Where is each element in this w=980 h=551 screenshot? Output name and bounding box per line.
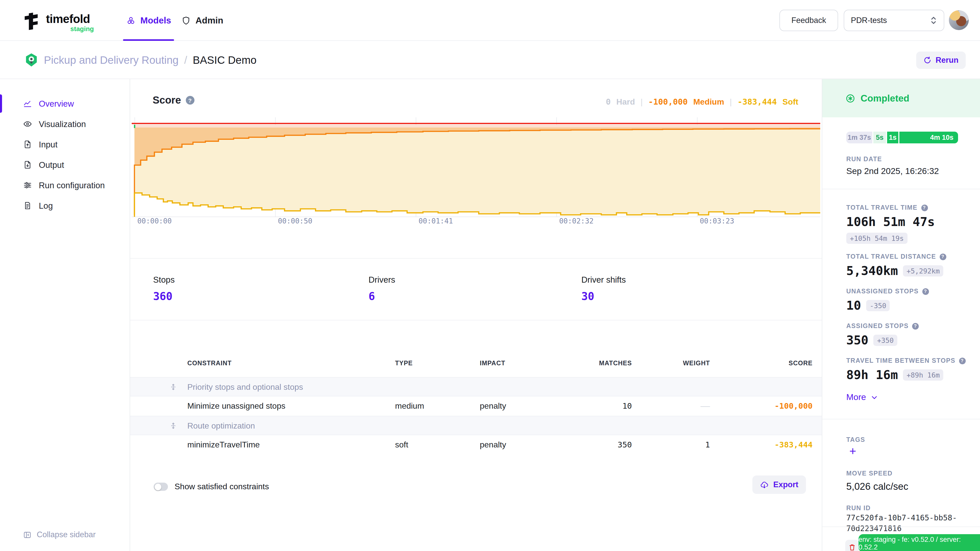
timeline-segment: 5s [873, 132, 886, 143]
stat-label-stops: Stops [153, 275, 175, 285]
constraint-group-row: Route optimization [130, 416, 822, 435]
breadcrumb-separator: / [184, 54, 187, 66]
score-strip: 0Hard|-100,000Medium|-383,444Soft [606, 97, 798, 106]
drag-handle-icon[interactable] [169, 383, 178, 391]
run-id-value: 77c520fa-10b7-4165-bb58- [846, 513, 957, 522]
help-icon[interactable]: ? [921, 204, 928, 211]
help-icon[interactable]: ? [922, 288, 929, 295]
status-badge: Completed [861, 93, 909, 104]
metric-value: 350 [846, 333, 869, 348]
metric-label: TRAVEL TIME BETWEEN STOPS? [846, 357, 966, 364]
constraint-score: -383,444 [736, 435, 813, 454]
add-tag-button[interactable]: + [850, 445, 856, 458]
help-icon[interactable]: ? [940, 253, 946, 260]
score-soft-label: Soft [783, 97, 798, 106]
rerun-button[interactable]: Rerun [916, 52, 966, 69]
constraint-type: soft [395, 435, 408, 454]
show-satisfied-row: Show satisfied constraints [154, 482, 269, 491]
help-icon[interactable]: ? [959, 357, 966, 364]
score-soft-value: -383,444 [738, 97, 777, 106]
delete-run-button[interactable] [845, 540, 859, 551]
constraint-name: minimizeTravelTime [187, 435, 260, 454]
logo-brand: timefold [46, 12, 90, 26]
move-speed-value: 5,026 calc/sec [846, 481, 908, 492]
column-header-score: SCORE [736, 360, 813, 367]
divider [822, 189, 980, 189]
score-help-icon[interactable]: ? [186, 96, 194, 105]
document-icon [23, 201, 32, 210]
file-upload-icon [23, 140, 32, 149]
breadcrumb-bar: Pickup and Delivery Routing / BASIC Demo… [0, 41, 980, 79]
show-satisfied-toggle[interactable] [154, 483, 168, 491]
score-separator: | [641, 97, 643, 106]
score-separator: | [730, 97, 732, 106]
breadcrumb-model-link[interactable]: Pickup and Delivery Routing [44, 54, 179, 66]
run-date-value: Sep 2nd 2025, 16:26:32 [846, 166, 939, 176]
sidebar-item-run-configuration[interactable]: Run configuration [0, 176, 130, 194]
score-chart: 00:00:0000:00:5000:01:4100:02:3200:03:23 [132, 118, 820, 225]
sidebar-item-log[interactable]: Log [0, 197, 130, 215]
column-header-type: TYPE [395, 360, 413, 367]
timeline-segment: 1s [887, 132, 898, 143]
model-hexagon-icon [24, 52, 39, 67]
stat-value-driver-shifts: 30 [581, 290, 594, 303]
completed-status-icon [845, 93, 856, 103]
constraint-score: -100,000 [736, 396, 813, 416]
cloud-download-icon [760, 480, 769, 489]
metric-label: ASSIGNED STOPS? [846, 322, 919, 330]
sidebar-item-overview[interactable]: Overview [0, 94, 130, 113]
score-medium-label: Medium [693, 97, 724, 106]
constraint-impact: penalty [480, 396, 506, 416]
collapse-sidebar-button[interactable]: Collapse sidebar [23, 530, 96, 539]
svg-text:00:03:23: 00:03:23 [700, 217, 734, 225]
constraint-weight: –– [659, 396, 710, 416]
drag-handle-icon[interactable] [169, 421, 178, 430]
metric-delta-badge: +5,292km [903, 265, 943, 276]
show-satisfied-label: Show satisfied constraints [175, 482, 269, 491]
move-speed-label: MOVE SPEED [846, 470, 892, 477]
metric-value-row: 5,340km+5,292km [846, 264, 943, 278]
active-item-indicator [0, 94, 2, 113]
column-header-matches: MATCHES [581, 360, 632, 367]
svg-text:00:01:41: 00:01:41 [418, 217, 453, 225]
metric-value-row: 89h 16m+89h 16m [846, 368, 943, 382]
user-avatar[interactable] [949, 10, 969, 30]
run-panel: Completed 1m 37s5s1s4m 10s RUN DATE Sep … [822, 79, 980, 551]
score-hard-label: Hard [616, 97, 635, 106]
sliders-icon [23, 181, 32, 190]
workspace-select[interactable]: PDR-tests [844, 10, 944, 31]
area-chart-icon [23, 99, 32, 108]
feedback-button[interactable]: Feedback [780, 10, 838, 31]
constraint-matches: 350 [581, 435, 632, 454]
divider [130, 258, 822, 259]
metric-label: UNASSIGNED STOPS? [846, 288, 929, 295]
divider [130, 320, 822, 321]
run-timeline: 1m 37s5s1s4m 10s [846, 132, 958, 143]
export-button[interactable]: Export [752, 475, 806, 494]
constraint-group-label: Priority stops and optional stops [187, 378, 303, 397]
nav-item-models[interactable]: Models [126, 0, 171, 41]
metric-value-row: 10-350 [846, 299, 890, 313]
collapse-sidebar-label: Collapse sidebar [37, 530, 96, 539]
nav-item-admin[interactable]: Admin [181, 0, 223, 41]
tags-label: TAGS [846, 436, 865, 443]
trash-icon [848, 543, 856, 551]
score-medium-value: -100,000 [648, 97, 687, 106]
export-label: Export [773, 480, 798, 489]
metric-delta-badge: -350 [866, 300, 890, 311]
shield-icon [181, 16, 191, 25]
metric-delta-badge: +89h 16m [903, 369, 943, 381]
more-button[interactable]: More [846, 392, 878, 403]
timeline-segment: 1m 37s [846, 132, 872, 143]
svg-text:00:00:50: 00:00:50 [278, 217, 312, 225]
run-id-value: 70d223471816 [846, 524, 902, 533]
sidebar-item-output[interactable]: Output [0, 156, 130, 174]
metric-value: 89h 16m [846, 368, 898, 382]
sidebar-item-visualization[interactable]: Visualization [0, 115, 130, 133]
divider [822, 419, 980, 419]
rerun-icon [923, 56, 932, 64]
sidebar-item-input[interactable]: Input [0, 135, 130, 154]
help-icon[interactable]: ? [912, 323, 919, 329]
metric-value: 106h 51m 47s [846, 215, 935, 229]
status-banner: Completed [822, 79, 980, 118]
